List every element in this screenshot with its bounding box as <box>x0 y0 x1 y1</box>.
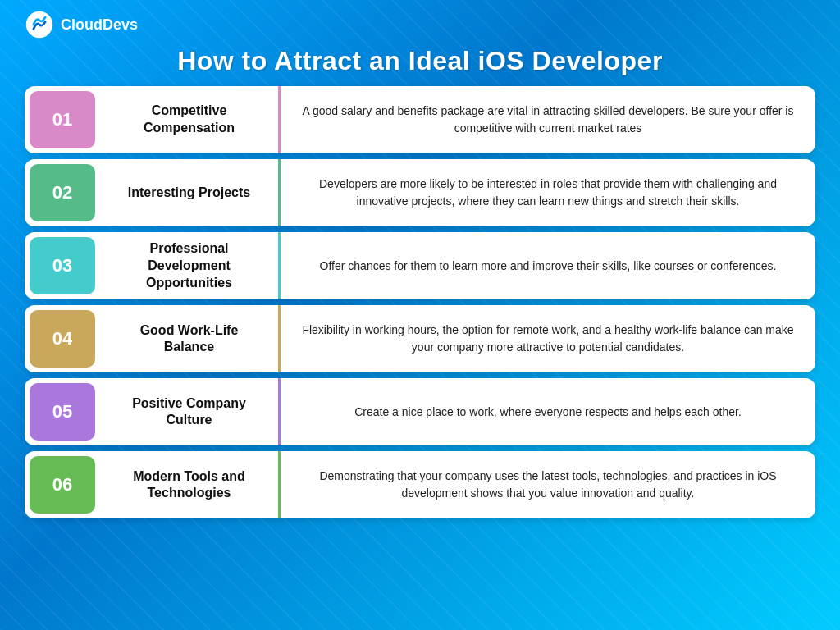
item-title-col-4: Good Work-Life Balance <box>100 305 281 372</box>
list-item: 06 Modern Tools and Technologies Demonst… <box>25 451 815 518</box>
item-desc-6: Demonstrating that your company uses the… <box>297 468 799 502</box>
items-grid: 01 Competitive Compensation A good salar… <box>25 86 815 518</box>
list-item: 01 Competitive Compensation A good salar… <box>25 86 815 153</box>
item-desc-col-6: Demonstrating that your company uses the… <box>281 451 815 518</box>
item-title-col-2: Interesting Projects <box>100 159 281 226</box>
logo: CloudDevs <box>25 10 138 39</box>
item-title-col-1: Competitive Compensation <box>100 86 281 153</box>
item-title-2: Interesting Projects <box>128 185 250 202</box>
page-title: How to Attract an Ideal iOS Developer <box>25 46 815 76</box>
item-number-1: 01 <box>30 91 95 148</box>
item-number-5: 05 <box>30 383 95 441</box>
item-title-3: Professional Development Opportunities <box>113 240 265 291</box>
item-desc-col-2: Developers are more likely to be interes… <box>281 159 815 226</box>
item-title-4: Good Work-Life Balance <box>113 322 265 357</box>
item-desc-col-4: Flexibility in working hours, the option… <box>281 305 815 372</box>
item-desc-4: Flexibility in working hours, the option… <box>297 322 799 356</box>
item-number-2: 02 <box>30 164 95 221</box>
item-desc-col-5: Create a nice place to work, where every… <box>281 378 815 445</box>
list-item: 05 Positive Company Culture Create a nic… <box>25 378 815 445</box>
item-desc-3: Offer chances for them to learn more and… <box>320 258 777 275</box>
item-title-1: Competitive Compensation <box>113 103 265 137</box>
item-desc-col-3: Offer chances for them to learn more and… <box>281 232 815 299</box>
item-desc-2: Developers are more likely to be interes… <box>297 176 799 210</box>
brand-name: CloudDevs <box>61 16 138 34</box>
list-item: 02 Interesting Projects Developers are m… <box>25 159 815 226</box>
list-item: 04 Good Work-Life Balance Flexibility in… <box>25 305 815 372</box>
item-title-5: Positive Company Culture <box>113 395 265 430</box>
header: CloudDevs <box>25 10 815 39</box>
item-title-col-3: Professional Development Opportunities <box>100 232 281 299</box>
item-number-4: 04 <box>30 310 95 368</box>
item-desc-col-1: A good salary and benefits package are v… <box>281 86 815 153</box>
item-number-3: 03 <box>30 237 95 294</box>
item-title-col-5: Positive Company Culture <box>100 378 281 445</box>
item-number-6: 06 <box>30 456 95 514</box>
item-title-6: Modern Tools and Technologies <box>113 468 265 503</box>
logo-icon <box>25 10 54 39</box>
item-desc-1: A good salary and benefits package are v… <box>297 103 799 137</box>
item-title-col-6: Modern Tools and Technologies <box>100 451 281 518</box>
item-desc-5: Create a nice place to work, where every… <box>354 404 742 421</box>
list-item: 03 Professional Development Opportunitie… <box>25 232 815 299</box>
